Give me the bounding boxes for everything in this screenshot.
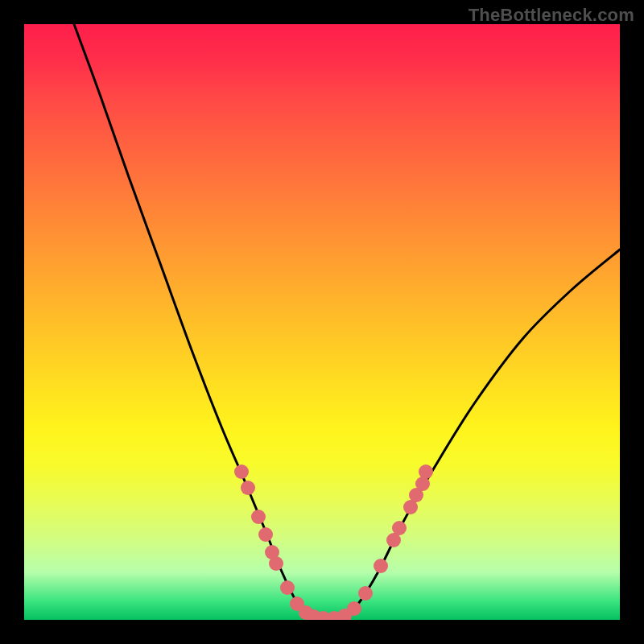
highlight-dot <box>419 464 433 479</box>
highlight-dot <box>358 586 373 601</box>
bottleneck-curve-path <box>74 24 620 620</box>
highlight-dot <box>392 521 407 535</box>
highlight-dot <box>258 527 273 542</box>
highlight-dot <box>280 580 295 595</box>
highlight-dot <box>269 556 283 571</box>
highlight-dot <box>347 601 361 616</box>
highlight-dot <box>251 510 266 524</box>
highlight-dots-group <box>234 464 433 620</box>
highlight-dot <box>241 481 255 495</box>
highlight-dot <box>374 559 388 573</box>
attribution-text: TheBottleneck.com <box>469 5 634 26</box>
highlight-dot <box>234 464 249 479</box>
plot-area <box>24 24 620 620</box>
bottleneck-curve-svg <box>24 24 620 620</box>
chart-stage: TheBottleneck.com <box>0 0 644 644</box>
